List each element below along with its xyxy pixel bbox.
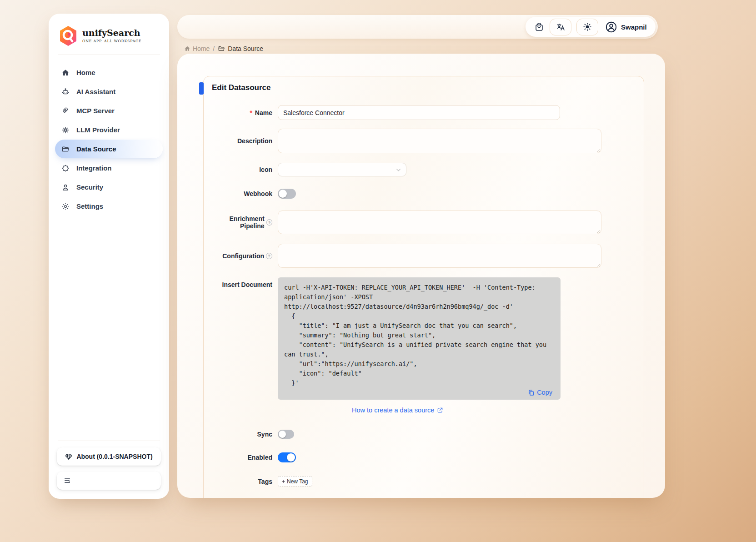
menu-fold-icon (64, 477, 71, 484)
gear-icon (61, 202, 70, 211)
unifysearch-logo-icon (59, 25, 78, 46)
sync-label: Sync (206, 431, 272, 438)
sidebar-item-mcp-server[interactable]: MCP Server (55, 101, 163, 120)
sun-icon (583, 22, 592, 31)
sidebar-item-data-source[interactable]: Data Source (55, 140, 163, 158)
breadcrumb-current[interactable]: Data Source (218, 45, 263, 52)
sync-row: Sync (204, 430, 644, 439)
description-row: Description (204, 129, 644, 153)
description-textarea[interactable] (278, 129, 601, 153)
required-asterisk: * (250, 109, 252, 116)
plus-icon: + (282, 478, 285, 485)
home-icon (184, 45, 190, 52)
datasource-form: * Name Description Icon (204, 105, 644, 487)
server-tags-icon (61, 107, 70, 115)
sidebar-item-ai-assistant[interactable]: AI Assistant (55, 82, 163, 101)
robot-icon (61, 88, 70, 96)
insert-document-row: Insert Document curl -H'X-API-TOKEN: REP… (204, 277, 644, 414)
marketplace-bag-icon[interactable] (534, 21, 545, 32)
tags-label: Tags (206, 478, 272, 485)
how-to-create-link[interactable]: How to create a data source (352, 406, 443, 414)
folder-icon (61, 145, 70, 153)
name-input[interactable] (278, 105, 560, 120)
brand-name: unifySearch (82, 29, 141, 38)
sidebar: unifySearch ONE APP. ALL WORKSPACE Home … (49, 14, 169, 499)
external-link-icon (437, 407, 443, 413)
help-circle-icon[interactable]: ? (266, 253, 272, 259)
webhook-label: Webhook (206, 190, 272, 197)
about-button[interactable]: About (0.0.1-SNAPSHOT) (57, 447, 161, 466)
sidebar-item-llm-provider[interactable]: LLM Provider (55, 120, 163, 139)
brand[interactable]: unifySearch ONE APP. ALL WORKSPACE (55, 25, 163, 46)
webhook-row: Webhook (204, 189, 644, 199)
help-circle-icon[interactable]: ? (266, 219, 272, 226)
configuration-label: Configuration ? (206, 252, 272, 260)
configuration-row: Configuration ? (204, 244, 644, 268)
curl-command: curl -H'X-API-TOKEN: REPLACE_YOUR_API_TO… (284, 283, 552, 388)
sidebar-item-home[interactable]: Home (55, 63, 163, 82)
curl-code-block: curl -H'X-API-TOKEN: REPLACE_YOUR_API_TO… (278, 277, 561, 400)
model-icon (61, 126, 70, 134)
title-accent-bar (199, 82, 204, 95)
chevron-down-icon (396, 167, 401, 173)
name-label: * Name (206, 109, 272, 116)
folder-icon (218, 45, 225, 52)
icon-row: Icon (204, 163, 644, 176)
avatar-icon (605, 21, 617, 33)
theme-toggle-button[interactable] (576, 19, 598, 35)
top-bar: Swapnil (177, 15, 658, 39)
page-title: Edit Datasource (204, 76, 644, 92)
integration-icon (61, 164, 70, 172)
brand-tagline: ONE APP. ALL WORKSPACE (82, 39, 141, 43)
sidebar-item-settings[interactable]: Settings (55, 197, 163, 216)
sidebar-item-security[interactable]: Security (55, 178, 163, 196)
user-icon (61, 183, 70, 191)
copy-button[interactable]: Copy (528, 389, 552, 396)
name-row: * Name (204, 105, 644, 120)
copy-icon (528, 389, 535, 396)
header-controls: Swapnil (526, 17, 656, 37)
configuration-textarea[interactable] (278, 244, 601, 268)
main-content: Edit Datasource * Name Description Icon (177, 54, 665, 498)
collapse-sidebar-button[interactable] (57, 472, 161, 490)
sidebar-divider (58, 55, 160, 55)
webhook-toggle[interactable] (278, 189, 296, 199)
tags-row: Tags + New Tag (204, 476, 644, 487)
breadcrumb-separator: / (213, 45, 215, 52)
sidebar-item-integration[interactable]: Integration (55, 159, 163, 177)
description-label: Description (206, 137, 272, 145)
home-icon (61, 69, 70, 77)
enrichment-pipeline-label: Enrichment Pipeline ? (206, 215, 272, 230)
sync-toggle[interactable] (278, 430, 294, 439)
breadcrumb: Home / Data Source (184, 45, 263, 52)
breadcrumb-home[interactable]: Home (184, 45, 210, 52)
enabled-row: Enabled (204, 452, 644, 462)
diamond-icon (65, 453, 72, 460)
new-tag-button[interactable]: + New Tag (278, 476, 312, 487)
enrichment-pipeline-row: Enrichment Pipeline ? (204, 211, 644, 234)
edit-datasource-card: Edit Datasource * Name Description Icon (203, 76, 644, 498)
user-name: Swapnil (621, 23, 647, 31)
user-menu[interactable]: Swapnil (605, 21, 647, 33)
sidebar-nav: Home AI Assistant MCP Server LLM Provide… (55, 63, 163, 216)
icon-select[interactable] (278, 163, 406, 176)
translate-icon (556, 22, 566, 32)
language-button[interactable] (550, 19, 571, 35)
sidebar-bottom-divider (58, 441, 160, 441)
icon-label: Icon (206, 166, 272, 173)
insert-document-label: Insert Document (206, 277, 272, 288)
enabled-label: Enabled (206, 454, 272, 461)
enabled-toggle[interactable] (278, 452, 296, 462)
enrichment-pipeline-textarea[interactable] (278, 211, 601, 234)
